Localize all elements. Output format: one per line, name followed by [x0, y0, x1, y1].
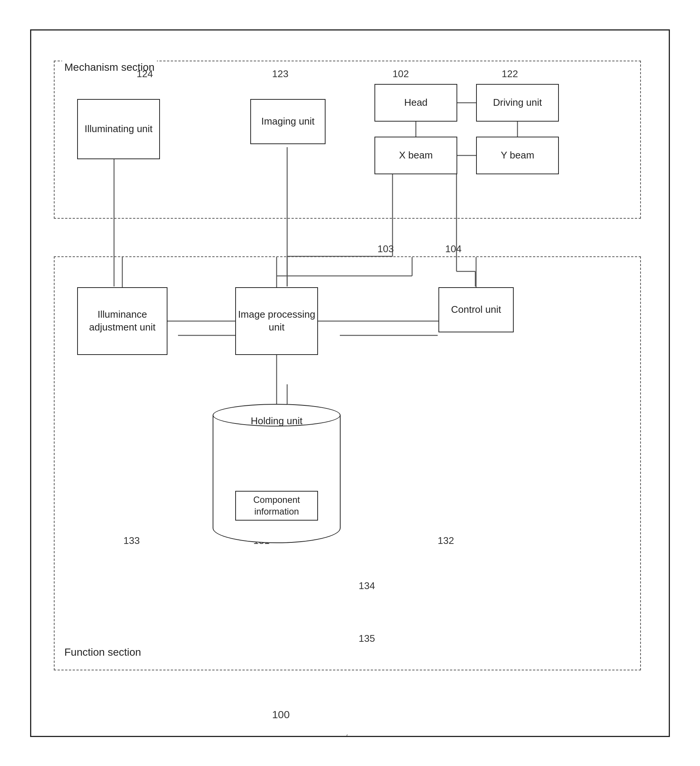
- ref-134-label: 134: [359, 580, 375, 592]
- ref-104-label: 104: [445, 243, 461, 255]
- function-section-label: Function section: [62, 646, 144, 658]
- ref-133-label: 133: [123, 535, 140, 546]
- ref-135-label: 135: [359, 633, 375, 644]
- illuminating-unit-box: Illuminating unit: [77, 99, 160, 159]
- component-info-box: Component information: [235, 491, 318, 520]
- ref-103-label: 103: [378, 243, 393, 255]
- function-section: Function section Illuminance adjustment …: [54, 256, 641, 670]
- ref-100-label: 100: [272, 709, 290, 721]
- head-box: Head: [374, 84, 457, 122]
- ref-122-label: 122: [502, 68, 518, 80]
- image-processing-unit-box: Image processing unit: [235, 287, 318, 355]
- ref-123-label: 123: [272, 68, 288, 80]
- x-beam-box: X beam: [374, 137, 457, 174]
- mechanism-section: Mechanism section Illuminating unit Imag…: [54, 60, 641, 219]
- ref-124-label: 124: [137, 68, 153, 80]
- cylinder-body: [213, 415, 341, 543]
- imaging-unit-box: Imaging unit: [250, 99, 326, 144]
- ref-102-label: 102: [392, 68, 409, 80]
- illuminance-unit-box: Illuminance adjustment unit: [77, 287, 167, 355]
- holding-unit-cylinder: Holding unit Component information: [213, 404, 341, 543]
- driving-unit-box: Driving unit: [476, 84, 559, 122]
- ref-132-label: 132: [438, 535, 454, 546]
- control-unit-box: Control unit: [438, 287, 514, 332]
- holding-unit-label: Holding unit: [213, 415, 341, 427]
- y-beam-box: Y beam: [476, 137, 559, 174]
- outer-diagram-box: Mechanism section Illuminating unit Imag…: [30, 29, 670, 737]
